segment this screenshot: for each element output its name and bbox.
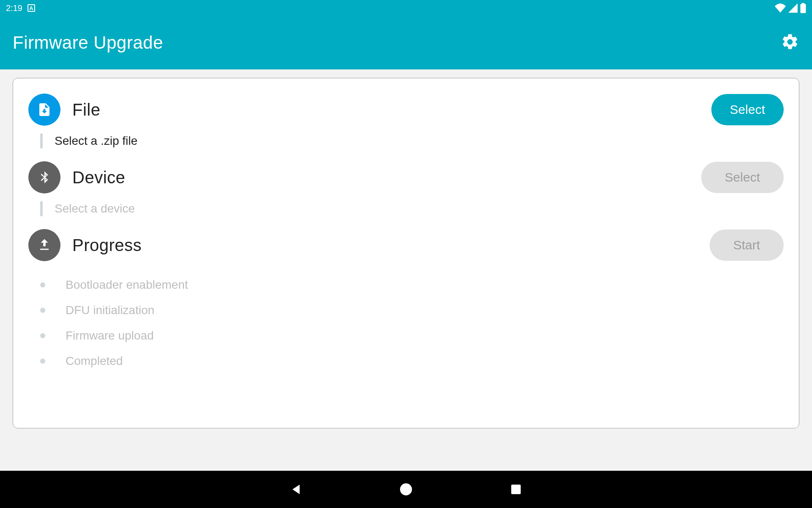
file-select-button[interactable]: Select xyxy=(711,94,784,125)
file-section-header: File Select xyxy=(28,94,784,126)
settings-button[interactable] xyxy=(781,33,799,53)
status-time: 2:19 xyxy=(6,3,22,13)
status-bar: 2:19 A xyxy=(0,0,812,16)
navigation-bar xyxy=(0,471,812,508)
file-hint-row: Select a .zip file xyxy=(28,133,784,149)
file-icon xyxy=(28,94,60,126)
step-dot-icon xyxy=(40,282,45,287)
battery-icon xyxy=(800,3,806,13)
file-title: File xyxy=(72,100,700,119)
page-title: Firmware Upgrade xyxy=(13,33,163,53)
progress-step: DFU initialization xyxy=(40,304,784,317)
indicator-bar xyxy=(40,201,43,216)
svg-point-2 xyxy=(400,483,412,495)
back-icon xyxy=(289,482,303,497)
svg-rect-1 xyxy=(802,3,805,4)
signal-icon xyxy=(788,3,798,13)
step-dot-icon xyxy=(40,308,45,313)
home-button[interactable] xyxy=(398,481,414,498)
device-title: Device xyxy=(72,168,689,187)
wifi-icon xyxy=(775,3,786,13)
progress-title: Progress xyxy=(72,236,698,255)
status-icons xyxy=(775,3,806,13)
step-label: Bootloader enablement xyxy=(66,278,188,292)
recents-icon xyxy=(510,483,522,496)
step-dot-icon xyxy=(40,359,45,364)
progress-step: Bootloader enablement xyxy=(40,278,784,292)
device-select-button[interactable]: Select xyxy=(701,162,784,193)
app-bar: Firmware Upgrade xyxy=(0,16,812,69)
device-hint: Select a device xyxy=(55,202,135,215)
device-section-header: Device Select xyxy=(28,161,784,193)
keyboard-icon: A xyxy=(27,4,35,12)
progress-step: Firmware upload xyxy=(40,329,784,342)
progress-step: Completed xyxy=(40,354,784,368)
start-button[interactable]: Start xyxy=(710,229,784,261)
back-button[interactable] xyxy=(288,481,304,498)
progress-steps: Bootloader enablement DFU initialization… xyxy=(28,278,784,368)
main-card: File Select Select a .zip file Device Se… xyxy=(13,78,799,428)
recents-button[interactable] xyxy=(508,481,524,498)
bluetooth-icon xyxy=(28,161,60,193)
progress-section-header: Progress Start xyxy=(28,229,784,261)
upload-icon xyxy=(28,229,60,261)
indicator-bar xyxy=(40,133,43,149)
file-hint: Select a .zip file xyxy=(55,134,137,148)
svg-rect-3 xyxy=(511,485,521,494)
step-label: DFU initialization xyxy=(66,304,154,317)
step-dot-icon xyxy=(40,333,45,338)
svg-rect-0 xyxy=(800,4,806,13)
home-icon xyxy=(399,482,413,497)
step-label: Firmware upload xyxy=(66,329,154,342)
device-hint-row: Select a device xyxy=(28,201,784,216)
gear-icon xyxy=(781,33,799,51)
step-label: Completed xyxy=(66,354,123,368)
